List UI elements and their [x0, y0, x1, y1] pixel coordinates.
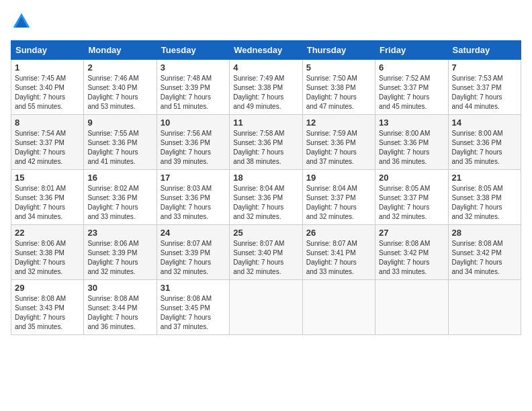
week-row-2: 8Sunrise: 7:54 AMSunset: 3:37 PMDaylight…: [11, 115, 521, 170]
day-number: 4: [233, 62, 298, 73]
day-cell: [375, 280, 448, 335]
day-number: 19: [306, 173, 371, 183]
day-info: Sunrise: 7:53 AMSunset: 3:37 PMDaylight:…: [452, 74, 517, 111]
day-number: 23: [87, 228, 152, 238]
day-number: 7: [452, 62, 517, 73]
day-cell: 6Sunrise: 7:52 AMSunset: 3:37 PMDaylight…: [375, 60, 448, 115]
day-cell: 29Sunrise: 8:08 AMSunset: 3:43 PMDayligh…: [11, 280, 84, 335]
calendar: SundayMondayTuesdayWednesdayThursdayFrid…: [11, 40, 521, 335]
day-cell: 2Sunrise: 7:46 AMSunset: 3:40 PMDaylight…: [84, 60, 157, 115]
day-cell: 25Sunrise: 8:07 AMSunset: 3:40 PMDayligh…: [230, 225, 302, 280]
day-cell: 17Sunrise: 8:03 AMSunset: 3:36 PMDayligh…: [157, 170, 229, 225]
day-number: 5: [306, 62, 371, 73]
day-number: 24: [161, 228, 226, 238]
day-info: Sunrise: 8:08 AMSunset: 3:42 PMDaylight:…: [452, 239, 517, 277]
day-info: Sunrise: 8:05 AMSunset: 3:37 PMDaylight:…: [379, 184, 444, 222]
weekday-sunday: Sunday: [11, 41, 84, 60]
day-number: 10: [161, 118, 226, 128]
day-cell: 24Sunrise: 8:07 AMSunset: 3:39 PMDayligh…: [157, 225, 229, 280]
day-info: Sunrise: 8:03 AMSunset: 3:36 PMDaylight:…: [161, 184, 226, 222]
day-cell: 5Sunrise: 7:50 AMSunset: 3:38 PMDaylight…: [302, 60, 375, 115]
day-number: 22: [15, 228, 80, 238]
week-row-1: 1Sunrise: 7:45 AMSunset: 3:40 PMDaylight…: [11, 60, 521, 115]
day-cell: 20Sunrise: 8:05 AMSunset: 3:37 PMDayligh…: [375, 170, 448, 225]
week-row-3: 15Sunrise: 8:01 AMSunset: 3:36 PMDayligh…: [11, 170, 521, 225]
day-number: 15: [15, 173, 80, 183]
day-info: Sunrise: 8:07 AMSunset: 3:39 PMDaylight:…: [161, 239, 226, 277]
weekday-saturday: Saturday: [448, 41, 521, 60]
day-info: Sunrise: 8:05 AMSunset: 3:38 PMDaylight:…: [452, 184, 517, 222]
day-number: 20: [379, 173, 444, 183]
day-info: Sunrise: 8:08 AMSunset: 3:42 PMDaylight:…: [379, 239, 444, 277]
day-number: 27: [379, 228, 444, 238]
day-cell: 13Sunrise: 8:00 AMSunset: 3:36 PMDayligh…: [375, 115, 448, 170]
day-cell: 14Sunrise: 8:00 AMSunset: 3:36 PMDayligh…: [448, 115, 521, 170]
day-cell: 10Sunrise: 7:56 AMSunset: 3:36 PMDayligh…: [157, 115, 229, 170]
day-number: 17: [161, 173, 226, 183]
day-cell: [230, 280, 302, 335]
day-number: 31: [161, 283, 226, 293]
day-info: Sunrise: 8:07 AMSunset: 3:41 PMDaylight:…: [306, 239, 371, 277]
day-info: Sunrise: 7:46 AMSunset: 3:40 PMDaylight:…: [87, 74, 152, 111]
day-info: Sunrise: 8:00 AMSunset: 3:36 PMDaylight:…: [379, 129, 444, 167]
week-row-4: 22Sunrise: 8:06 AMSunset: 3:38 PMDayligh…: [11, 225, 521, 280]
day-number: 9: [87, 118, 152, 128]
day-info: Sunrise: 8:06 AMSunset: 3:39 PMDaylight:…: [87, 239, 152, 277]
logo: [11, 11, 35, 32]
day-cell: 18Sunrise: 8:04 AMSunset: 3:36 PMDayligh…: [230, 170, 302, 225]
day-number: 8: [15, 118, 80, 128]
weekday-monday: Monday: [84, 41, 157, 60]
day-info: Sunrise: 7:45 AMSunset: 3:40 PMDaylight:…: [15, 74, 80, 111]
day-cell: 12Sunrise: 7:59 AMSunset: 3:36 PMDayligh…: [302, 115, 375, 170]
day-info: Sunrise: 7:48 AMSunset: 3:39 PMDaylight:…: [161, 74, 226, 111]
day-info: Sunrise: 8:04 AMSunset: 3:37 PMDaylight:…: [306, 184, 371, 222]
weekday-wednesday: Wednesday: [230, 41, 302, 60]
logo-icon: [11, 11, 32, 32]
day-info: Sunrise: 8:08 AMSunset: 3:44 PMDaylight:…: [87, 294, 152, 332]
day-info: Sunrise: 7:55 AMSunset: 3:36 PMDaylight:…: [87, 129, 152, 167]
day-cell: 23Sunrise: 8:06 AMSunset: 3:39 PMDayligh…: [84, 225, 157, 280]
day-info: Sunrise: 7:49 AMSunset: 3:38 PMDaylight:…: [233, 74, 298, 111]
weekday-friday: Friday: [375, 41, 448, 60]
day-cell: 31Sunrise: 8:08 AMSunset: 3:45 PMDayligh…: [157, 280, 229, 335]
day-number: 21: [452, 173, 517, 183]
day-number: 30: [87, 283, 152, 293]
weekday-header-row: SundayMondayTuesdayWednesdayThursdayFrid…: [11, 41, 521, 60]
weekday-thursday: Thursday: [302, 41, 375, 60]
day-number: 6: [379, 62, 444, 73]
day-number: 29: [15, 283, 80, 293]
day-cell: 28Sunrise: 8:08 AMSunset: 3:42 PMDayligh…: [448, 225, 521, 280]
day-number: 25: [233, 228, 298, 238]
day-number: 12: [306, 118, 371, 128]
day-info: Sunrise: 8:04 AMSunset: 3:36 PMDaylight:…: [233, 184, 298, 222]
day-number: 16: [87, 173, 152, 183]
day-cell: 30Sunrise: 8:08 AMSunset: 3:44 PMDayligh…: [84, 280, 157, 335]
day-cell: 1Sunrise: 7:45 AMSunset: 3:40 PMDaylight…: [11, 60, 84, 115]
day-info: Sunrise: 7:52 AMSunset: 3:37 PMDaylight:…: [379, 74, 444, 111]
day-info: Sunrise: 8:07 AMSunset: 3:40 PMDaylight:…: [233, 239, 298, 277]
day-cell: 19Sunrise: 8:04 AMSunset: 3:37 PMDayligh…: [302, 170, 375, 225]
calendar-body: 1Sunrise: 7:45 AMSunset: 3:40 PMDaylight…: [11, 60, 521, 335]
day-number: 13: [379, 118, 444, 128]
day-cell: 3Sunrise: 7:48 AMSunset: 3:39 PMDaylight…: [157, 60, 229, 115]
day-cell: [448, 280, 521, 335]
day-number: 3: [161, 62, 226, 73]
day-cell: [302, 280, 375, 335]
day-info: Sunrise: 8:00 AMSunset: 3:36 PMDaylight:…: [452, 129, 517, 167]
weekday-tuesday: Tuesday: [157, 41, 229, 60]
day-cell: 16Sunrise: 8:02 AMSunset: 3:36 PMDayligh…: [84, 170, 157, 225]
day-info: Sunrise: 8:01 AMSunset: 3:36 PMDaylight:…: [15, 184, 80, 222]
day-cell: 8Sunrise: 7:54 AMSunset: 3:37 PMDaylight…: [11, 115, 84, 170]
day-info: Sunrise: 8:02 AMSunset: 3:36 PMDaylight:…: [87, 184, 152, 222]
day-number: 11: [233, 118, 298, 128]
day-cell: 27Sunrise: 8:08 AMSunset: 3:42 PMDayligh…: [375, 225, 448, 280]
day-number: 26: [306, 228, 371, 238]
page-header: [11, 11, 521, 32]
day-info: Sunrise: 8:08 AMSunset: 3:43 PMDaylight:…: [15, 294, 80, 332]
day-cell: 21Sunrise: 8:05 AMSunset: 3:38 PMDayligh…: [448, 170, 521, 225]
day-number: 18: [233, 173, 298, 183]
week-row-5: 29Sunrise: 8:08 AMSunset: 3:43 PMDayligh…: [11, 280, 521, 335]
day-number: 28: [452, 228, 517, 238]
day-number: 2: [87, 62, 152, 73]
day-info: Sunrise: 7:58 AMSunset: 3:36 PMDaylight:…: [233, 129, 298, 167]
